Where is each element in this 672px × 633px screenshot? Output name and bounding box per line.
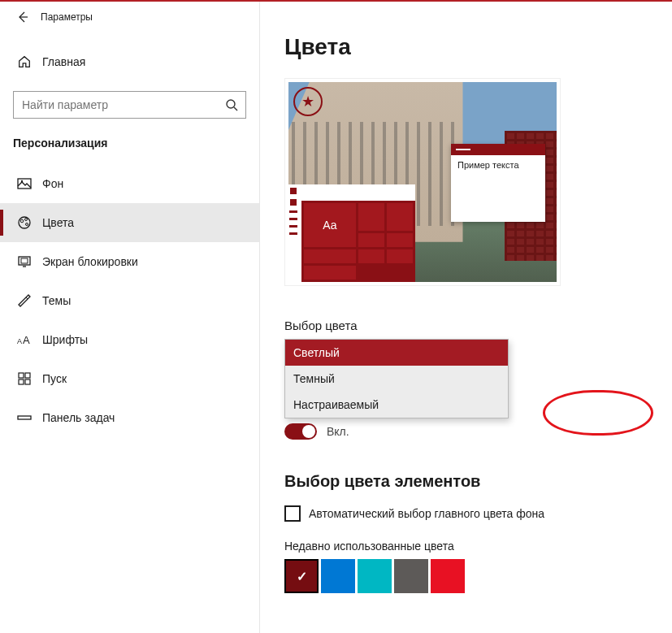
group-title: Персонализация (13, 137, 246, 150)
dropdown-option[interactable]: Светлый (285, 340, 508, 366)
sidebar-item-label: Экран блокировки (42, 255, 138, 268)
recent-colors-label: Недавно использованные цвета (284, 540, 672, 553)
preview-tile (304, 249, 356, 263)
app-root: Параметры Главная Персонализация ФонЦвет… (0, 2, 672, 633)
color-swatch[interactable] (431, 559, 465, 593)
sidebar-item-label: Фон (42, 177, 63, 190)
choose-color-dropdown[interactable]: СветлыйТемныйНастраиваемый (284, 339, 509, 418)
preview-tile (387, 233, 413, 247)
sidebar-item[interactable]: Панель задач (0, 398, 259, 437)
svg-point-2 (21, 180, 23, 182)
preview-tile-big: Аа (304, 203, 356, 247)
home-icon (16, 54, 33, 70)
svg-point-4 (20, 219, 24, 223)
auto-pick-row[interactable]: Автоматический выбор главного цвета фона (284, 505, 672, 522)
transparency-label: Вкл. (327, 425, 349, 438)
preview-bar-icon (289, 225, 297, 228)
sidebar-item-label: Панель задач (42, 411, 115, 424)
preview-start-menu: Аа (288, 184, 415, 282)
titlebar: Параметры (0, 2, 259, 33)
color-swatch[interactable] (321, 559, 355, 593)
home-label: Главная (42, 55, 85, 68)
svg-rect-8 (21, 258, 28, 263)
preview-bar-icon (289, 218, 297, 220)
sidebar-item-label: Цвета (42, 216, 74, 229)
sidebar-item-icon (16, 410, 33, 426)
preview-tile (304, 266, 356, 280)
sidebar-item-icon (16, 293, 33, 309)
sample-window-text: Пример текста (451, 155, 545, 175)
window-title: Параметры (41, 11, 93, 23)
preview: Пример текста Аа (288, 82, 557, 282)
svg-rect-15 (18, 416, 31, 419)
sidebar-item[interactable]: Темы (0, 281, 259, 320)
preview-tile (358, 249, 384, 263)
sidebar-item[interactable]: Цвета (0, 203, 259, 242)
choose-color-label: Выбор цвета (284, 319, 672, 332)
sample-window-titlebar (451, 144, 545, 155)
sidebar-item-icon: AA (16, 332, 33, 348)
svg-text:A: A (23, 334, 30, 346)
sidebar: Параметры Главная Персонализация ФонЦвет… (0, 2, 260, 633)
page-title: Цвета (284, 34, 672, 60)
preview-dot-icon (290, 199, 297, 206)
preview-tile (358, 203, 384, 231)
preview-tiles: Аа (301, 201, 415, 282)
recent-colors-row (284, 559, 672, 593)
svg-rect-11 (19, 373, 24, 378)
sidebar-item[interactable]: Пуск (0, 359, 259, 398)
preview-bar-icon (289, 210, 297, 213)
main: Цвета Пример текста (260, 2, 672, 633)
home-link[interactable]: Главная (0, 44, 259, 80)
dropdown-option[interactable]: Настраиваемый (285, 392, 508, 418)
preview-dot-icon (290, 188, 297, 194)
svg-text:A: A (17, 337, 22, 345)
svg-point-3 (19, 217, 30, 228)
svg-point-5 (25, 219, 28, 221)
dropdown-option[interactable]: Темный (285, 366, 508, 392)
preview-tile (358, 233, 384, 247)
preview-bar-icon (289, 232, 297, 235)
preview-card: Пример текста Аа (284, 78, 561, 286)
svg-point-6 (26, 223, 28, 226)
preview-sample-window: Пример текста (451, 144, 545, 222)
preview-stamp-icon (293, 87, 323, 116)
sidebar-item-label: Пуск (42, 372, 67, 385)
sidebar-item-label: Шрифты (42, 333, 88, 346)
search-input-wrap[interactable] (13, 91, 246, 119)
search-icon (218, 91, 245, 119)
sidebar-item-label: Темы (42, 294, 71, 307)
sample-window-title-line (456, 149, 470, 150)
color-swatch[interactable] (358, 559, 392, 593)
back-button[interactable] (7, 2, 39, 33)
auto-pick-checkbox[interactable] (284, 505, 301, 522)
color-swatch[interactable] (284, 559, 319, 593)
sidebar-item[interactable]: AAШрифты (0, 320, 259, 359)
sidebar-item-icon (16, 215, 33, 231)
svg-rect-12 (25, 373, 30, 378)
sidebar-item-icon (16, 371, 33, 387)
transparency-row: Вкл. (284, 423, 672, 440)
color-swatch[interactable] (394, 559, 428, 593)
sidebar-item-icon (16, 176, 33, 192)
sidebar-item[interactable]: Экран блокировки (0, 242, 259, 281)
sidebar-item-icon (16, 254, 33, 270)
preview-tile (387, 203, 413, 231)
auto-pick-label: Автоматический выбор главного цвета фона (309, 507, 544, 520)
accent-color-header: Выбор цвета элементов (284, 472, 672, 491)
sidebar-item[interactable]: Фон (0, 164, 259, 203)
preview-tile (387, 249, 413, 263)
svg-rect-13 (19, 379, 24, 384)
svg-rect-14 (25, 379, 30, 384)
search-input[interactable] (14, 98, 218, 111)
nav: ФонЦветаЭкран блокировкиТемыAAШрифтыПуск… (0, 164, 259, 437)
transparency-toggle[interactable] (284, 423, 317, 440)
preview-taskbar-icons (288, 184, 298, 282)
svg-point-0 (227, 100, 235, 108)
